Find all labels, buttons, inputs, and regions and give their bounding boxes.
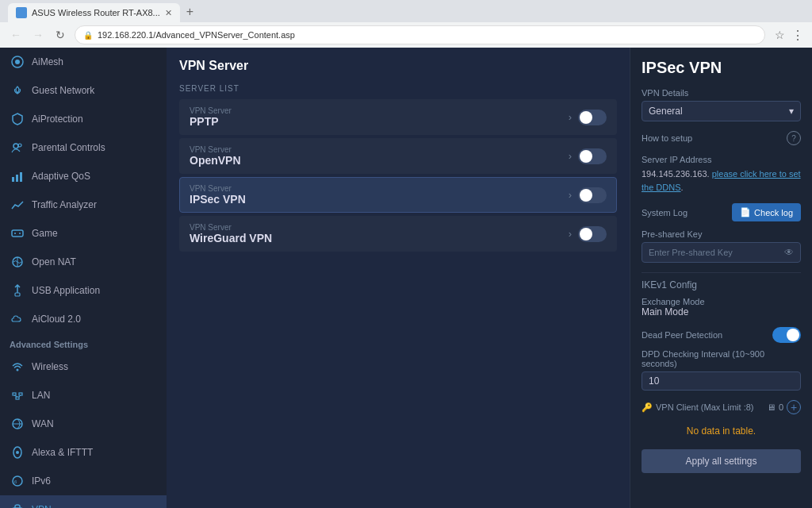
- sidebar-item-wireless[interactable]: Wireless: [0, 352, 167, 381]
- back-button[interactable]: ←: [8, 27, 24, 43]
- vpn-wireguard-toggle[interactable]: [578, 226, 607, 242]
- right-panel: IPSec VPN VPN Details General ▾ How to s…: [630, 48, 812, 508]
- vpn-server-openvpn[interactable]: VPN Server OpenVPN ›: [179, 138, 617, 174]
- usb-application-icon: [10, 283, 25, 298]
- sidebar-label-adaptive-qos: Adaptive QoS: [32, 171, 90, 182]
- sidebar-label-aiprotection: AiProtection: [32, 114, 83, 125]
- svg-rect-4: [12, 177, 14, 182]
- alexa-icon: [10, 444, 25, 460]
- advanced-settings-header: Advanced Settings: [0, 333, 167, 352]
- sidebar-item-adaptive-qos[interactable]: Adaptive QoS: [0, 162, 167, 190]
- no-data-text: No data in table.: [642, 419, 801, 443]
- eye-icon[interactable]: 👁: [784, 247, 794, 258]
- vpn-openvpn-name: OpenVPN: [190, 154, 562, 167]
- monitor-icon: 🖥: [767, 402, 776, 412]
- bookmark-icon[interactable]: ☆: [775, 29, 785, 41]
- sidebar-item-ipv6[interactable]: 6 IPv6: [0, 467, 167, 495]
- browser-tab[interactable]: ASUS Wireless Router RT-AX8... ✕: [8, 3, 180, 22]
- how-to-setup-label: How to setup: [642, 133, 692, 143]
- vpn-server-wireguard[interactable]: VPN Server WireGuard VPN ›: [179, 216, 617, 252]
- tab-close-button[interactable]: ✕: [165, 8, 172, 18]
- ipv6-icon: 6: [10, 473, 25, 489]
- sidebar-label-game: Game: [32, 228, 58, 239]
- vpn-pptp-name: PPTP: [190, 115, 562, 128]
- vpn-pptp-arrow: ›: [569, 111, 572, 123]
- svg-rect-7: [12, 230, 23, 237]
- check-log-button[interactable]: 📄 Check log: [732, 203, 801, 221]
- vpn-wireguard-info: VPN Server WireGuard VPN: [190, 223, 562, 244]
- panel-title: IPSec VPN: [642, 59, 801, 77]
- vpn-pptp-toggle[interactable]: [578, 110, 607, 125]
- log-file-icon: 📄: [740, 207, 751, 217]
- sidebar-item-aicloud[interactable]: AiCloud 2.0: [0, 305, 167, 333]
- vpn-server-ipsec[interactable]: VPN Server IPSec VPN ›: [179, 177, 617, 213]
- sidebar-item-lan[interactable]: LAN: [0, 381, 167, 410]
- game-icon: [10, 225, 25, 241]
- sidebar-label-aicloud: AiCloud 2.0: [32, 314, 81, 325]
- exchange-mode-label: Exchange Mode: [642, 297, 801, 306]
- pre-shared-key-input[interactable]: Enter Pre-shared Key 👁: [642, 242, 801, 263]
- sidebar-item-wan[interactable]: WAN: [0, 410, 167, 438]
- vpn-pptp-label: VPN Server: [190, 106, 562, 115]
- dpd-interval-label: DPD Checking Interval (10~900 seconds): [642, 349, 801, 368]
- svg-point-14: [17, 369, 19, 371]
- pre-shared-key-group: Pre-shared Key Enter Pre-shared Key 👁: [642, 229, 801, 263]
- sidebar-item-usb-application[interactable]: USB Application: [0, 276, 167, 305]
- dpd-interval-input[interactable]: [642, 371, 801, 391]
- vpn-details-label: VPN Details: [642, 88, 801, 98]
- sidebar-item-traffic-analyzer[interactable]: Traffic Analyzer: [0, 190, 167, 219]
- vpn-client-count: 0: [779, 402, 783, 412]
- sidebar-item-open-nat[interactable]: Open NAT: [0, 248, 167, 276]
- vpn-openvpn-toggle[interactable]: [578, 148, 607, 164]
- vpn-server-pptp[interactable]: VPN Server PPTP ›: [179, 99, 617, 135]
- apply-all-settings-button[interactable]: Apply all settings: [642, 449, 801, 473]
- tab-favicon: [16, 7, 27, 18]
- exchange-mode-value: Main Mode: [642, 306, 801, 318]
- vpn-wireguard-arrow: ›: [569, 228, 572, 240]
- sidebar-item-aimesh[interactable]: AiMesh: [0, 48, 167, 76]
- key-icon: 🔑: [642, 402, 653, 413]
- reload-button[interactable]: ↻: [52, 27, 68, 43]
- sidebar-label-vpn: VPN: [32, 504, 52, 508]
- how-to-setup-group: How to setup ?: [642, 131, 801, 145]
- address-bar[interactable]: 🔒 192.168.220.1/Advanced_VPNServer_Conte…: [75, 25, 765, 44]
- sidebar-item-vpn[interactable]: VPN: [0, 495, 167, 508]
- open-nat-icon: [10, 254, 25, 270]
- tab-title: ASUS Wireless Router RT-AX8...: [32, 8, 160, 17]
- vpn-openvpn-arrow: ›: [569, 150, 572, 162]
- pre-shared-key-label: Pre-shared Key: [642, 229, 801, 239]
- wireless-icon: [10, 359, 25, 375]
- sidebar-label-alexa: Alexa & IFTTT: [32, 447, 93, 458]
- sidebar-item-parental-controls[interactable]: Parental Controls: [0, 133, 167, 162]
- traffic-analyzer-icon: [10, 197, 25, 213]
- browser-chrome: ASUS Wireless Router RT-AX8... ✕ + ← → ↻…: [0, 0, 812, 48]
- vpn-openvpn-info: VPN Server OpenVPN: [190, 145, 562, 167]
- url-text: 192.168.220.1/Advanced_VPNServer_Content…: [98, 30, 295, 40]
- add-vpn-client-button[interactable]: +: [787, 400, 801, 414]
- svg-rect-17: [16, 397, 19, 399]
- new-tab-button[interactable]: +: [180, 2, 200, 22]
- vpn-wireguard-label: VPN Server: [190, 223, 562, 232]
- vpn-client-group: 🔑 VPN Client (Max Limit :8) 🖥 0 +: [642, 400, 801, 414]
- sidebar-label-usb-application: USB Application: [32, 285, 100, 296]
- vpn-wireguard-name: WireGuard VPN: [190, 232, 562, 244]
- svg-rect-6: [20, 172, 22, 182]
- svg-rect-13: [15, 293, 20, 296]
- server-ip-group: Server IP Address 194.145.236.163. pleas…: [642, 155, 801, 194]
- sidebar-item-alexa[interactable]: Alexa & IFTTT: [0, 438, 167, 467]
- forward-button[interactable]: →: [30, 27, 46, 43]
- vpn-server-list: VPN Server PPTP › VPN Server OpenVPN › V…: [179, 99, 617, 252]
- svg-text:6: 6: [14, 479, 17, 484]
- help-icon[interactable]: ?: [787, 131, 801, 145]
- system-log-label: System Log: [642, 208, 688, 217]
- vpn-ipsec-arrow: ›: [569, 189, 572, 201]
- adaptive-qos-icon: [10, 168, 25, 184]
- main-container: AiMesh Guest Network AiProtection Parent…: [0, 48, 812, 508]
- sidebar-item-aiprotection[interactable]: AiProtection: [0, 105, 167, 133]
- sidebar-item-game[interactable]: Game: [0, 219, 167, 248]
- profile-select[interactable]: General ▾: [642, 101, 801, 121]
- dead-peer-toggle[interactable]: [772, 327, 801, 343]
- vpn-ipsec-toggle[interactable]: [578, 187, 607, 203]
- sidebar-item-guest-network[interactable]: Guest Network: [0, 76, 167, 105]
- menu-icon[interactable]: ⋮: [791, 28, 804, 43]
